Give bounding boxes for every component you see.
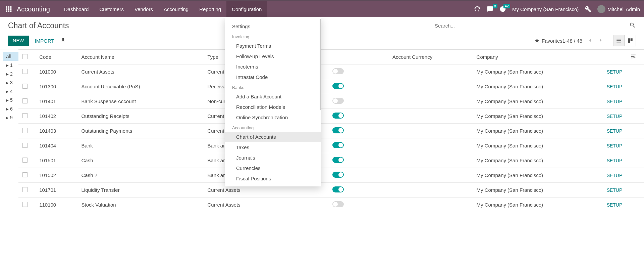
allow-toggle[interactable]	[332, 127, 344, 133]
favorites-dropdown[interactable]: Favorites	[534, 38, 562, 44]
table-row[interactable]: 101000Current AssetsCurrent AssetsMy Com…	[18, 64, 644, 79]
table-row[interactable]: 110100Stock ValuationCurrent AssetsMy Co…	[18, 198, 644, 212]
allow-toggle[interactable]	[332, 186, 344, 192]
page-title: Chart of Accounts	[8, 21, 69, 30]
dd-item-taxes[interactable]: Taxes	[225, 142, 321, 153]
select-all-checkbox[interactable]	[22, 54, 28, 59]
nav-reporting[interactable]: Reporting	[194, 1, 226, 17]
apps-icon[interactable]	[4, 4, 13, 14]
nav-configuration[interactable]: Configuration	[226, 1, 267, 17]
search-input[interactable]	[435, 23, 629, 29]
dd-item-payment-terms[interactable]: Payment Terms	[225, 41, 321, 51]
allow-toggle[interactable]	[332, 113, 344, 119]
row-checkbox[interactable]	[22, 202, 28, 207]
allow-toggle[interactable]	[332, 98, 344, 104]
row-checkbox[interactable]	[22, 69, 28, 74]
setup-button[interactable]: SETUP	[607, 202, 623, 208]
import-button[interactable]: IMPORT	[35, 38, 54, 44]
support-icon[interactable]	[474, 6, 481, 12]
nav-customers[interactable]: Customers	[94, 1, 129, 17]
activity-icon[interactable]: 42	[499, 6, 506, 12]
nav-accounting[interactable]: Accounting	[158, 1, 194, 17]
col-code[interactable]: Code	[35, 50, 77, 64]
kanban-view-icon[interactable]	[625, 35, 636, 46]
dd-item-intrastat-code[interactable]: Intrastat Code	[225, 72, 321, 82]
table-row[interactable]: 101701Liquidity TransferCurrent AssetsMy…	[18, 183, 644, 198]
dd-header-banks: Banks	[225, 82, 321, 91]
user-menu[interactable]: Mitchell Admin	[597, 5, 640, 13]
table-row[interactable]: 101401Bank Suspense AccountNon-current A…	[18, 94, 644, 109]
setup-button[interactable]: SETUP	[607, 84, 623, 89]
columns-options-icon[interactable]	[626, 50, 644, 64]
setup-button[interactable]: SETUP	[607, 143, 623, 148]
nav-vendors[interactable]: Vendors	[129, 1, 158, 17]
tools-icon[interactable]	[585, 6, 591, 12]
setup-button[interactable]: SETUP	[607, 173, 623, 178]
sidebar-item-3[interactable]: ▶3	[3, 78, 18, 87]
setup-button[interactable]: SETUP	[607, 114, 623, 119]
app-title[interactable]: Accounting	[17, 5, 50, 13]
dd-item-currencies[interactable]: Currencies	[225, 163, 321, 173]
dd-item-incoterms[interactable]: Incoterms	[225, 61, 321, 72]
table-row[interactable]: 101501CashBank and CashMy Company (San F…	[18, 153, 644, 168]
col-currency[interactable]: Account Currency	[388, 50, 473, 64]
search-icon[interactable]	[629, 22, 636, 30]
svg-rect-0	[6, 6, 7, 8]
sidebar-item-4[interactable]: ▶4	[3, 87, 18, 96]
download-icon[interactable]	[60, 38, 66, 44]
table-row[interactable]: 101502Cash 2Bank and CashMy Company (San…	[18, 168, 644, 183]
dd-item-fiscal-positions[interactable]: Fiscal Positions	[225, 173, 321, 184]
nav-dashboard[interactable]: Dashboard	[59, 1, 94, 17]
sidebar-item-5[interactable]: ▶5	[3, 96, 18, 104]
row-checkbox[interactable]	[22, 158, 28, 163]
row-checkbox[interactable]	[22, 84, 28, 89]
dd-item-chart-of-accounts[interactable]: Chart of Accounts	[225, 132, 321, 142]
setup-button[interactable]: SETUP	[607, 187, 623, 193]
row-checkbox[interactable]	[22, 172, 28, 177]
table-row[interactable]: 101402Outstanding ReceiptsCurrent Assets…	[18, 109, 644, 124]
allow-toggle[interactable]	[332, 201, 344, 207]
dd-settings[interactable]: Settings	[225, 21, 321, 32]
caret-icon: ▶	[6, 81, 9, 85]
dd-item-journals[interactable]: Journals	[225, 153, 321, 163]
avatar-icon	[597, 5, 605, 13]
setup-button[interactable]: SETUP	[607, 69, 623, 75]
row-checkbox[interactable]	[22, 113, 28, 118]
dd-item-online-synchronization[interactable]: Online Synchronization	[225, 112, 321, 123]
row-checkbox[interactable]	[22, 98, 28, 103]
allow-toggle[interactable]	[332, 157, 344, 163]
table-row[interactable]: 101403Outstanding PaymentsCurrent Assets…	[18, 124, 644, 138]
row-checkbox[interactable]	[22, 143, 28, 148]
dropdown-scrollbar[interactable]	[320, 19, 321, 110]
allow-toggle[interactable]	[332, 83, 344, 89]
table-row[interactable]: 101404BankBank and CashMy Company (San F…	[18, 138, 644, 153]
dd-item-reconciliation-models[interactable]: Reconciliation Models	[225, 102, 321, 112]
svg-rect-3	[6, 8, 7, 10]
row-checkbox[interactable]	[22, 128, 28, 133]
pager-prev-icon[interactable]	[587, 37, 593, 44]
pager-next-icon[interactable]	[598, 37, 604, 44]
allow-toggle[interactable]	[332, 142, 344, 148]
allow-toggle[interactable]	[332, 68, 344, 74]
row-checkbox[interactable]	[22, 187, 28, 192]
allow-toggle[interactable]	[332, 172, 344, 178]
new-button[interactable]: NEW	[8, 36, 29, 46]
table-row[interactable]: 101300Account Receivable (PoS)Receivable…	[18, 79, 644, 94]
sidebar-item-9[interactable]: ▶9	[3, 113, 18, 122]
sidebar-item-all[interactable]: All	[3, 52, 18, 61]
col-company[interactable]: Company	[473, 50, 594, 64]
sidebar-item-6[interactable]: ▶6	[3, 104, 18, 113]
chat-icon[interactable]: 8	[487, 6, 493, 12]
col-name[interactable]: Account Name	[77, 50, 203, 64]
svg-rect-6	[6, 10, 7, 12]
setup-button[interactable]: SETUP	[607, 128, 623, 134]
setup-button[interactable]: SETUP	[607, 99, 623, 104]
list-view-icon[interactable]	[613, 35, 625, 46]
dd-item-add-a-bank-account[interactable]: Add a Bank Account	[225, 91, 321, 102]
setup-button[interactable]: SETUP	[607, 158, 623, 163]
sidebar-item-1[interactable]: ▶1	[3, 61, 18, 70]
pager-text[interactable]: 1-48 / 48	[562, 38, 582, 44]
dd-item-follow-up-levels[interactable]: Follow-up Levels	[225, 51, 321, 61]
sidebar-item-2[interactable]: ▶2	[3, 70, 18, 78]
company-selector[interactable]: My Company (San Francisco)	[512, 6, 579, 12]
